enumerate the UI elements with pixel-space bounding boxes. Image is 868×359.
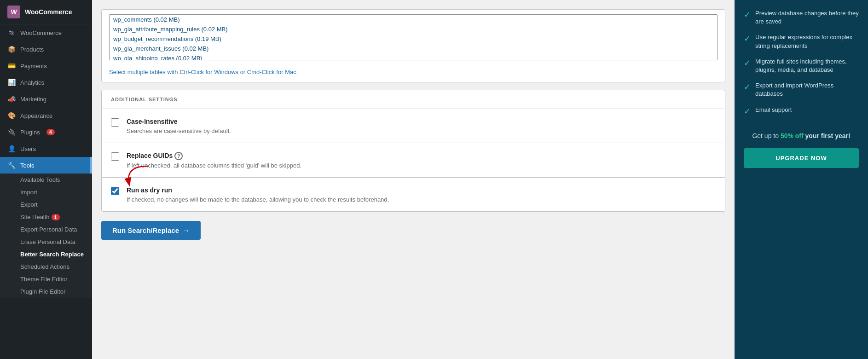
settings-desc-dry-run: If checked, no changes will be made to t… (127, 196, 389, 203)
sidebar-submenu-item-scheduled-actions[interactable]: Scheduled Actions (0, 261, 92, 273)
promo-text-before: Get up to (752, 132, 780, 139)
settings-row-dry-run: Run as dry run If checked, no changes wi… (102, 178, 725, 211)
sidebar-item-woocommerce[interactable]: 🛍 WooCommerce (0, 24, 92, 41)
payments-icon: 💳 (7, 62, 16, 69)
feature-text: Migrate full sites including themes, plu… (755, 58, 859, 74)
feature-item: ✓ Migrate full sites including themes, p… (744, 58, 859, 74)
feature-check-icon: ✓ (744, 10, 751, 20)
tools-submenu: Available ToolsImportExportSite Health1E… (0, 174, 92, 298)
sidebar-item-label-tools: Tools (20, 162, 34, 169)
sidebar-nav: 🛍 WooCommerce 📦 Products 💳 Payments 📊 An… (0, 24, 92, 298)
woocommerce-logo-icon: W (7, 6, 20, 18)
sidebar-item-label-woocommerce: WooCommerce (20, 29, 62, 36)
feature-check-icon: ✓ (744, 34, 751, 44)
feature-item: ✓ Email support (744, 106, 859, 116)
sidebar-submenu-item-better-search-replace[interactable]: Better Search Replace (0, 248, 92, 261)
tools-icon: 🔧 (7, 162, 16, 169)
settings-label-case-insensitive[interactable]: Case-Insensitive (127, 118, 178, 125)
run-button-label: Run Search/Replace (112, 226, 179, 234)
sidebar-item-label-products: Products (20, 46, 44, 53)
db-table-list-container[interactable]: wp_comments (0.02 MB)wp_gla_attribute_ma… (109, 14, 718, 60)
plugins-icon: 🔌 (7, 128, 16, 136)
run-button-arrow: → (183, 226, 190, 234)
sidebar-logo[interactable]: W WooCommerce (0, 0, 92, 24)
checkbox-case-insensitive[interactable] (111, 118, 119, 127)
db-table-entry[interactable]: wp_comments (0.02 MB) (110, 15, 717, 24)
sidebar-submenu-item-available-tools[interactable]: Available Tools (0, 174, 92, 186)
feature-text: Email support (755, 106, 792, 114)
additional-settings-card: ADDITIONAL SETTINGS Case-Insensitive Sea… (101, 90, 725, 212)
sidebar-item-products[interactable]: 📦 Products (0, 41, 92, 58)
sidebar: W WooCommerce 🛍 WooCommerce 📦 Products 💳… (0, 0, 92, 359)
feature-text: Use regular expressions for complex stri… (755, 33, 859, 50)
sidebar-item-appearance[interactable]: 🎨 Appearance (0, 107, 92, 124)
settings-row-case-insensitive: Case-Insensitive Searches are case-sensi… (102, 109, 725, 143)
settings-row-replace-guids: Replace GUIDs? If left unchecked, all da… (102, 143, 725, 178)
sidebar-item-label-analytics: Analytics (20, 79, 44, 86)
sidebar-item-analytics[interactable]: 📊 Analytics (0, 74, 92, 91)
settings-rows-container: Case-Insensitive Searches are case-sensi… (102, 109, 725, 211)
db-table-entry[interactable]: wp_gla_merchant_issues (0.02 MB) (110, 44, 717, 53)
sidebar-item-users[interactable]: 👤 Users (0, 140, 92, 157)
site-health-badge: 1 (52, 214, 60, 220)
db-table-entry[interactable]: wp_gla_attribute_mapping_rules (0.02 MB) (110, 24, 717, 34)
settings-label-replace-guids[interactable]: Replace GUIDs? (127, 152, 183, 159)
users-icon: 👤 (7, 145, 16, 152)
run-search-replace-button[interactable]: Run Search/Replace → (101, 221, 201, 240)
settings-label-dry-run[interactable]: Run as dry run (127, 186, 172, 194)
sidebar-submenu-item-theme-file-editor[interactable]: Theme File Editor (0, 273, 92, 285)
sidebar-item-label-plugins: Plugins (20, 129, 40, 136)
upgrade-promo-text: Get up to 50% off your first year! (744, 131, 859, 141)
feature-check-icon: ✓ (744, 58, 751, 68)
settings-text-dry-run: Run as dry run If checked, no changes wi… (127, 186, 389, 203)
settings-text-replace-guids: Replace GUIDs? If left unchecked, all da… (127, 151, 301, 169)
help-icon-replace-guids[interactable]: ? (174, 152, 183, 160)
feature-text: Preview database changes before they are… (755, 9, 859, 26)
checkbox-replace-guids[interactable] (111, 152, 119, 161)
woocommerce-icon: 🛍 (7, 29, 16, 36)
additional-settings-header: ADDITIONAL SETTINGS (102, 90, 725, 109)
sidebar-logo-text: WooCommerce (25, 8, 72, 16)
feature-item: ✓ Preview database changes before they a… (744, 9, 859, 26)
analytics-icon: 📊 (7, 79, 16, 86)
settings-desc-case-insensitive: Searches are case-sensitive by default. (127, 127, 231, 134)
upgrade-promo: Get up to 50% off your first year! UPGRA… (744, 131, 859, 168)
promo-text-after: your first year! (804, 132, 851, 139)
settings-text-case-insensitive: Case-Insensitive Searches are case-sensi… (127, 117, 231, 134)
sidebar-submenu-item-export-personal-data[interactable]: Export Personal Data (0, 223, 92, 236)
content-area: wp_comments (0.02 MB)wp_gla_attribute_ma… (92, 0, 735, 359)
marketing-icon: 📣 (7, 95, 16, 103)
checkbox-dry-run[interactable] (111, 187, 119, 195)
sidebar-submenu-item-import[interactable]: Import (0, 186, 92, 198)
sidebar-item-label-marketing: Marketing (20, 96, 46, 103)
appearance-icon: 🎨 (7, 112, 16, 119)
sidebar-item-tools[interactable]: 🔧 Tools (0, 157, 92, 174)
right-panel: ✓ Preview database changes before they a… (735, 0, 868, 359)
feature-check-icon: ✓ (744, 82, 751, 92)
upgrade-now-button[interactable]: UPGRADE NOW (744, 148, 859, 168)
db-table-entry[interactable]: wp_gla_shipping_rates (0.02 MB) (110, 53, 717, 60)
db-table-hint: Select multiple tables with Ctrl-Click f… (102, 65, 725, 82)
settings-desc-replace-guids: If left unchecked, all database columns … (127, 162, 301, 169)
feature-check-icon: ✓ (744, 106, 751, 116)
promo-discount: 50% off (781, 132, 804, 139)
sidebar-item-label-payments: Payments (20, 63, 47, 69)
sidebar-item-payments[interactable]: 💳 Payments (0, 58, 92, 74)
feature-text: Export and import WordPress databases (755, 81, 859, 98)
db-table-entry[interactable]: wp_budget_recommendations (0.19 MB) (110, 34, 717, 44)
sidebar-submenu-item-export[interactable]: Export (0, 198, 92, 211)
sidebar-item-label-appearance: Appearance (20, 112, 52, 119)
sidebar-item-label-users: Users (20, 145, 36, 152)
features-list: ✓ Preview database changes before they a… (744, 9, 859, 124)
sidebar-item-plugins[interactable]: 🔌 Plugins 4 (0, 124, 92, 140)
sidebar-submenu-item-site-health[interactable]: Site Health1 (0, 211, 92, 223)
sidebar-submenu-item-plugin-file-editor[interactable]: Plugin File Editor (0, 285, 92, 298)
sidebar-submenu-item-erase-personal-data[interactable]: Erase Personal Data (0, 236, 92, 248)
feature-item: ✓ Use regular expressions for complex st… (744, 33, 859, 50)
main-content: wp_comments (0.02 MB)wp_gla_attribute_ma… (92, 0, 868, 359)
sidebar-item-marketing[interactable]: 📣 Marketing (0, 91, 92, 107)
db-tables-card: wp_comments (0.02 MB)wp_gla_attribute_ma… (101, 9, 725, 82)
products-icon: 📦 (7, 46, 16, 53)
plugins-badge: 4 (46, 129, 55, 135)
feature-item: ✓ Export and import WordPress databases (744, 81, 859, 98)
